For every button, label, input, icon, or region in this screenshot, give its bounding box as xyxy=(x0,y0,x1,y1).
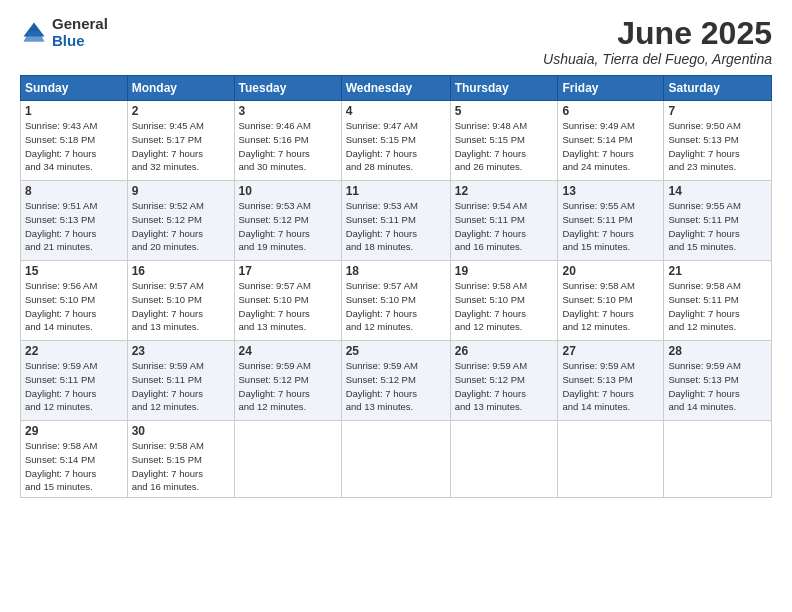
day-number: 28 xyxy=(668,344,767,358)
day-number: 13 xyxy=(562,184,659,198)
day-info: Sunrise: 9:48 AMSunset: 5:15 PMDaylight:… xyxy=(455,119,554,174)
table-row: 15Sunrise: 9:56 AMSunset: 5:10 PMDayligh… xyxy=(21,261,128,341)
table-row: 5Sunrise: 9:48 AMSunset: 5:15 PMDaylight… xyxy=(450,101,558,181)
calendar-week-row: 1Sunrise: 9:43 AMSunset: 5:18 PMDaylight… xyxy=(21,101,772,181)
table-row: 20Sunrise: 9:58 AMSunset: 5:10 PMDayligh… xyxy=(558,261,664,341)
table-row: 4Sunrise: 9:47 AMSunset: 5:15 PMDaylight… xyxy=(341,101,450,181)
day-number: 5 xyxy=(455,104,554,118)
day-number: 10 xyxy=(239,184,337,198)
day-info: Sunrise: 9:59 AMSunset: 5:13 PMDaylight:… xyxy=(562,359,659,414)
day-number: 26 xyxy=(455,344,554,358)
day-info: Sunrise: 9:49 AMSunset: 5:14 PMDaylight:… xyxy=(562,119,659,174)
day-number: 20 xyxy=(562,264,659,278)
table-row: 29Sunrise: 9:58 AMSunset: 5:14 PMDayligh… xyxy=(21,421,128,498)
calendar-header-row: Sunday Monday Tuesday Wednesday Thursday… xyxy=(21,76,772,101)
day-number: 18 xyxy=(346,264,446,278)
table-row: 21Sunrise: 9:58 AMSunset: 5:11 PMDayligh… xyxy=(664,261,772,341)
day-info: Sunrise: 9:43 AMSunset: 5:18 PMDaylight:… xyxy=(25,119,123,174)
logo-text: General Blue xyxy=(52,16,108,49)
day-number: 15 xyxy=(25,264,123,278)
calendar-week-row: 8Sunrise: 9:51 AMSunset: 5:13 PMDaylight… xyxy=(21,181,772,261)
table-row: 25Sunrise: 9:59 AMSunset: 5:12 PMDayligh… xyxy=(341,341,450,421)
day-info: Sunrise: 9:51 AMSunset: 5:13 PMDaylight:… xyxy=(25,199,123,254)
logo-blue: Blue xyxy=(52,32,85,49)
table-row: 18Sunrise: 9:57 AMSunset: 5:10 PMDayligh… xyxy=(341,261,450,341)
day-number: 17 xyxy=(239,264,337,278)
calendar-week-row: 29Sunrise: 9:58 AMSunset: 5:14 PMDayligh… xyxy=(21,421,772,498)
table-row: 27Sunrise: 9:59 AMSunset: 5:13 PMDayligh… xyxy=(558,341,664,421)
day-number: 16 xyxy=(132,264,230,278)
table-row: 6Sunrise: 9:49 AMSunset: 5:14 PMDaylight… xyxy=(558,101,664,181)
day-info: Sunrise: 9:58 AMSunset: 5:14 PMDaylight:… xyxy=(25,439,123,494)
day-info: Sunrise: 9:45 AMSunset: 5:17 PMDaylight:… xyxy=(132,119,230,174)
table-row: 22Sunrise: 9:59 AMSunset: 5:11 PMDayligh… xyxy=(21,341,128,421)
day-info: Sunrise: 9:59 AMSunset: 5:12 PMDaylight:… xyxy=(455,359,554,414)
table-row xyxy=(664,421,772,498)
logo-general: General xyxy=(52,15,108,32)
day-info: Sunrise: 9:55 AMSunset: 5:11 PMDaylight:… xyxy=(562,199,659,254)
header-monday: Monday xyxy=(127,76,234,101)
day-info: Sunrise: 9:58 AMSunset: 5:10 PMDaylight:… xyxy=(562,279,659,334)
day-info: Sunrise: 9:53 AMSunset: 5:11 PMDaylight:… xyxy=(346,199,446,254)
table-row: 16Sunrise: 9:57 AMSunset: 5:10 PMDayligh… xyxy=(127,261,234,341)
day-number: 8 xyxy=(25,184,123,198)
day-number: 2 xyxy=(132,104,230,118)
calendar-table: Sunday Monday Tuesday Wednesday Thursday… xyxy=(20,75,772,498)
day-info: Sunrise: 9:58 AMSunset: 5:11 PMDaylight:… xyxy=(668,279,767,334)
logo: General Blue xyxy=(20,16,108,49)
header-thursday: Thursday xyxy=(450,76,558,101)
month-title: June 2025 xyxy=(543,16,772,51)
table-row: 17Sunrise: 9:57 AMSunset: 5:10 PMDayligh… xyxy=(234,261,341,341)
table-row: 26Sunrise: 9:59 AMSunset: 5:12 PMDayligh… xyxy=(450,341,558,421)
logo-icon xyxy=(20,19,48,47)
table-row: 7Sunrise: 9:50 AMSunset: 5:13 PMDaylight… xyxy=(664,101,772,181)
day-number: 14 xyxy=(668,184,767,198)
day-info: Sunrise: 9:53 AMSunset: 5:12 PMDaylight:… xyxy=(239,199,337,254)
table-row: 10Sunrise: 9:53 AMSunset: 5:12 PMDayligh… xyxy=(234,181,341,261)
day-info: Sunrise: 9:52 AMSunset: 5:12 PMDaylight:… xyxy=(132,199,230,254)
day-number: 24 xyxy=(239,344,337,358)
day-number: 22 xyxy=(25,344,123,358)
day-info: Sunrise: 9:55 AMSunset: 5:11 PMDaylight:… xyxy=(668,199,767,254)
header: General Blue June 2025 Ushuaia, Tierra d… xyxy=(20,16,772,67)
day-number: 3 xyxy=(239,104,337,118)
table-row xyxy=(234,421,341,498)
day-info: Sunrise: 9:57 AMSunset: 5:10 PMDaylight:… xyxy=(132,279,230,334)
table-row: 14Sunrise: 9:55 AMSunset: 5:11 PMDayligh… xyxy=(664,181,772,261)
day-info: Sunrise: 9:59 AMSunset: 5:11 PMDaylight:… xyxy=(25,359,123,414)
header-sunday: Sunday xyxy=(21,76,128,101)
table-row: 2Sunrise: 9:45 AMSunset: 5:17 PMDaylight… xyxy=(127,101,234,181)
day-number: 7 xyxy=(668,104,767,118)
table-row: 23Sunrise: 9:59 AMSunset: 5:11 PMDayligh… xyxy=(127,341,234,421)
table-row: 13Sunrise: 9:55 AMSunset: 5:11 PMDayligh… xyxy=(558,181,664,261)
table-row: 8Sunrise: 9:51 AMSunset: 5:13 PMDaylight… xyxy=(21,181,128,261)
day-info: Sunrise: 9:58 AMSunset: 5:10 PMDaylight:… xyxy=(455,279,554,334)
day-info: Sunrise: 9:46 AMSunset: 5:16 PMDaylight:… xyxy=(239,119,337,174)
table-row: 9Sunrise: 9:52 AMSunset: 5:12 PMDaylight… xyxy=(127,181,234,261)
day-info: Sunrise: 9:59 AMSunset: 5:11 PMDaylight:… xyxy=(132,359,230,414)
day-number: 23 xyxy=(132,344,230,358)
day-info: Sunrise: 9:54 AMSunset: 5:11 PMDaylight:… xyxy=(455,199,554,254)
table-row: 30Sunrise: 9:58 AMSunset: 5:15 PMDayligh… xyxy=(127,421,234,498)
day-info: Sunrise: 9:59 AMSunset: 5:12 PMDaylight:… xyxy=(346,359,446,414)
day-number: 25 xyxy=(346,344,446,358)
table-row: 24Sunrise: 9:59 AMSunset: 5:12 PMDayligh… xyxy=(234,341,341,421)
day-number: 19 xyxy=(455,264,554,278)
table-row: 11Sunrise: 9:53 AMSunset: 5:11 PMDayligh… xyxy=(341,181,450,261)
table-row xyxy=(341,421,450,498)
header-wednesday: Wednesday xyxy=(341,76,450,101)
header-saturday: Saturday xyxy=(664,76,772,101)
day-number: 6 xyxy=(562,104,659,118)
table-row xyxy=(450,421,558,498)
day-number: 9 xyxy=(132,184,230,198)
calendar-page: General Blue June 2025 Ushuaia, Tierra d… xyxy=(0,0,792,612)
day-info: Sunrise: 9:58 AMSunset: 5:15 PMDaylight:… xyxy=(132,439,230,494)
table-row xyxy=(558,421,664,498)
table-row: 12Sunrise: 9:54 AMSunset: 5:11 PMDayligh… xyxy=(450,181,558,261)
table-row: 3Sunrise: 9:46 AMSunset: 5:16 PMDaylight… xyxy=(234,101,341,181)
header-tuesday: Tuesday xyxy=(234,76,341,101)
day-info: Sunrise: 9:59 AMSunset: 5:12 PMDaylight:… xyxy=(239,359,337,414)
title-area: June 2025 Ushuaia, Tierra del Fuego, Arg… xyxy=(543,16,772,67)
table-row: 1Sunrise: 9:43 AMSunset: 5:18 PMDaylight… xyxy=(21,101,128,181)
day-number: 30 xyxy=(132,424,230,438)
